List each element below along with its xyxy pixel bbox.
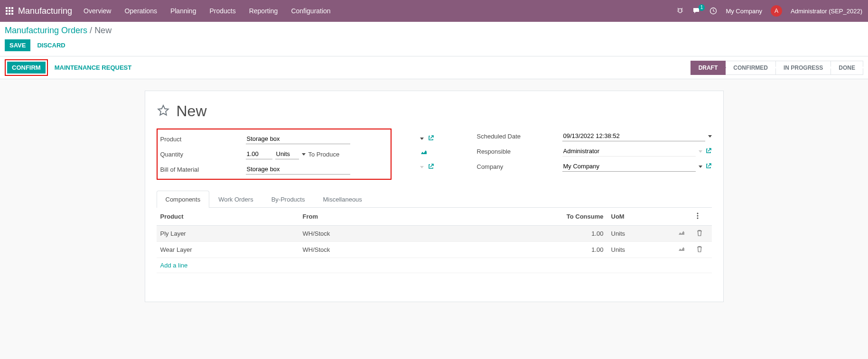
col-from: From [299, 208, 551, 226]
responsible-label: Responsible [477, 148, 562, 155]
kebab-icon[interactable] [697, 213, 699, 221]
forecast-icon[interactable] [678, 230, 685, 237]
nav-planning[interactable]: Planning [170, 7, 196, 15]
breadcrumb-current: New [94, 26, 112, 35]
to-produce-label: To Produce [308, 151, 340, 158]
svg-point-12 [697, 218, 698, 219]
svg-rect-0 [6, 7, 8, 9]
status-draft[interactable]: DRAFT [691, 61, 726, 75]
table-row[interactable]: Ply Layer WH/Stock 1.00 Units [157, 226, 712, 242]
nav-reporting[interactable]: Reporting [249, 7, 278, 15]
nav-products[interactable]: Products [209, 7, 235, 15]
company-switcher[interactable]: My Company [726, 8, 762, 15]
product-label: Product [160, 136, 246, 143]
cell-from: WH/Stock [299, 226, 551, 242]
status-confirmed[interactable]: CONFIRMED [726, 61, 776, 75]
svg-rect-7 [9, 13, 10, 15]
external-link-icon[interactable] [705, 163, 712, 171]
product-input[interactable] [246, 134, 350, 144]
nav-operations[interactable]: Operations [124, 7, 157, 15]
cell-product: Wear Layer [157, 242, 299, 258]
cell-from: WH/Stock [299, 242, 551, 258]
quantity-uom-input[interactable] [275, 149, 299, 159]
svg-rect-5 [11, 10, 13, 12]
svg-rect-6 [6, 13, 8, 15]
col-uom: UoM [607, 208, 674, 226]
breadcrumb-bar: Manufacturing Orders / New SAVE DISCARD [0, 22, 868, 56]
external-link-icon[interactable] [705, 147, 712, 156]
tab-work-orders[interactable]: Work Orders [209, 191, 262, 208]
action-bar: CONFIRM MAINTENANCE REQUEST DRAFT CONFIR… [0, 56, 868, 79]
caret-down-icon[interactable] [420, 138, 424, 140]
star-icon[interactable] [157, 104, 170, 119]
highlight-box-confirm: CONFIRM [5, 59, 48, 76]
maintenance-request-button[interactable]: MAINTENANCE REQUEST [55, 64, 132, 71]
tabs: Components Work Orders By-Products Misce… [157, 190, 712, 208]
bug-icon[interactable] [676, 7, 684, 15]
status-bar: DRAFT CONFIRMED IN PROGRESS DONE [691, 61, 863, 75]
company-label: Company [477, 163, 562, 170]
caret-down-icon[interactable] [302, 153, 306, 156]
nav-configuration[interactable]: Configuration [291, 7, 330, 15]
trash-icon[interactable] [697, 230, 702, 238]
svg-point-11 [697, 215, 698, 217]
quantity-label: Quantity [160, 151, 246, 158]
top-nav: Overview Operations Planning Products Re… [84, 7, 331, 15]
messages-icon[interactable]: 1 [692, 7, 701, 15]
status-done[interactable]: DONE [831, 61, 863, 75]
caret-down-icon[interactable] [699, 150, 702, 153]
scheduled-date-label: Scheduled Date [477, 133, 562, 140]
messages-badge: 1 [699, 4, 705, 11]
col-to-consume: To Consume [551, 208, 607, 226]
bom-input[interactable] [246, 164, 350, 175]
scheduled-date-input[interactable] [562, 131, 705, 141]
form-sheet: New Product Quantity [145, 91, 724, 302]
cell-uom: Units [607, 242, 674, 258]
cell-to-consume: 1.00 [551, 226, 607, 242]
trash-icon[interactable] [697, 247, 702, 254]
caret-down-icon[interactable] [420, 166, 424, 168]
tab-components[interactable]: Components [157, 191, 210, 208]
table-row-add[interactable]: Add a line [157, 258, 712, 273]
col-product: Product [157, 208, 299, 226]
status-in-progress[interactable]: IN PROGRESS [776, 61, 831, 75]
svg-rect-3 [6, 10, 8, 12]
svg-rect-4 [9, 10, 10, 12]
confirm-button[interactable]: CONFIRM [7, 62, 46, 74]
breadcrumb-root[interactable]: Manufacturing Orders [5, 26, 87, 35]
external-link-icon[interactable] [428, 163, 434, 171]
bom-label: Bill of Material [160, 166, 246, 173]
nav-overview[interactable]: Overview [84, 7, 111, 15]
caret-down-icon[interactable] [699, 166, 702, 168]
cell-uom: Units [607, 226, 674, 242]
caret-down-icon[interactable] [708, 135, 712, 138]
discard-button[interactable]: DISCARD [37, 42, 65, 49]
tab-miscellaneous[interactable]: Miscellaneous [314, 191, 371, 208]
forecast-icon[interactable] [420, 149, 428, 156]
app-name[interactable]: Manufacturing [18, 6, 72, 16]
company-input[interactable] [562, 161, 696, 172]
topbar: Manufacturing Overview Operations Planni… [0, 0, 868, 22]
forecast-icon[interactable] [678, 246, 685, 253]
breadcrumb: Manufacturing Orders / New [5, 26, 863, 36]
responsible-input[interactable] [562, 146, 696, 156]
svg-rect-2 [11, 7, 13, 9]
activity-icon[interactable] [709, 7, 717, 15]
apps-icon[interactable] [6, 7, 13, 15]
save-button[interactable]: SAVE [5, 39, 30, 51]
tab-by-products[interactable]: By-Products [262, 191, 314, 208]
external-link-icon[interactable] [428, 135, 434, 143]
breadcrumb-sep: / [90, 26, 92, 35]
cell-to-consume: 1.00 [551, 242, 607, 258]
svg-rect-8 [11, 13, 13, 15]
components-table: Product From To Consume UoM Ply Layer WH… [157, 208, 712, 273]
table-row[interactable]: Wear Layer WH/Stock 1.00 Units [157, 242, 712, 258]
svg-rect-1 [9, 7, 10, 9]
cell-product: Ply Layer [157, 226, 299, 242]
avatar[interactable]: A [771, 5, 782, 17]
quantity-input[interactable] [246, 149, 272, 159]
add-line-link[interactable]: Add a line [160, 262, 188, 269]
username[interactable]: Administrator (SEP_2022) [791, 8, 862, 15]
record-title: New [177, 102, 207, 120]
svg-point-10 [697, 213, 698, 214]
